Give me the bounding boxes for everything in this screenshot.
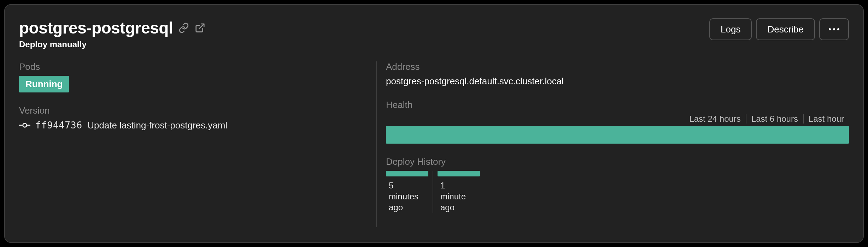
deploy-age: 5 minutes ago bbox=[386, 180, 421, 213]
pod-status-badge[interactable]: Running bbox=[19, 76, 69, 92]
commit-icon bbox=[19, 120, 30, 131]
deploy-pill bbox=[438, 171, 480, 176]
resource-title: postgres-postgresql bbox=[19, 18, 173, 37]
title-line: postgres-postgresql bbox=[19, 18, 205, 37]
link-icon[interactable] bbox=[178, 23, 189, 33]
commit-message: Update lasting-frost-postgres.yaml bbox=[87, 120, 227, 131]
legend-1h[interactable]: Last hour bbox=[804, 114, 849, 124]
address-label: Address bbox=[386, 61, 849, 72]
pods-label: Pods bbox=[19, 61, 362, 72]
deploy-history-label: Deploy History bbox=[386, 156, 849, 167]
columns: Pods Running Version ff944736 Update las… bbox=[19, 61, 849, 227]
column-left: Pods Running Version ff944736 Update las… bbox=[19, 61, 376, 227]
version-label: Version bbox=[19, 105, 362, 116]
more-button[interactable] bbox=[819, 18, 849, 40]
title-block: postgres-postgresql Deploy manually bbox=[19, 18, 205, 49]
health-bar bbox=[386, 126, 849, 144]
logs-button[interactable]: Logs bbox=[709, 18, 752, 40]
deploy-history-item[interactable]: 1 minute ago bbox=[438, 171, 484, 213]
deploy-mode: Deploy manually bbox=[19, 40, 205, 49]
deploy-history-section: Deploy History 5 minutes ago 1 minute ag… bbox=[386, 156, 849, 213]
ellipsis-icon bbox=[829, 28, 839, 30]
address-section: Address postgres-postgresql.default.svc.… bbox=[386, 61, 849, 87]
version-section: Version ff944736 Update lasting-frost-po… bbox=[19, 105, 362, 131]
deploy-history-row: 5 minutes ago 1 minute ago bbox=[386, 171, 849, 213]
deploy-pill bbox=[386, 171, 428, 176]
address-value: postgres-postgresql.default.svc.cluster.… bbox=[386, 76, 849, 87]
legend-6h[interactable]: Last 6 hours bbox=[746, 114, 803, 124]
external-link-icon[interactable] bbox=[195, 23, 205, 33]
commit-hash[interactable]: ff944736 bbox=[35, 120, 82, 131]
health-legend: Last 24 hours Last 6 hours Last hour bbox=[386, 114, 849, 124]
header: postgres-postgresql Deploy manually bbox=[19, 18, 849, 49]
pods-section: Pods Running bbox=[19, 61, 362, 92]
deploy-history-item[interactable]: 5 minutes ago bbox=[386, 171, 433, 213]
resource-card: postgres-postgresql Deploy manually bbox=[4, 4, 864, 243]
health-section: Health Last 24 hours Last 6 hours Last h… bbox=[386, 100, 849, 144]
health-label: Health bbox=[386, 100, 849, 110]
describe-button[interactable]: Describe bbox=[756, 18, 815, 40]
legend-24h[interactable]: Last 24 hours bbox=[684, 114, 745, 124]
version-line: ff944736 Update lasting-frost-postgres.y… bbox=[19, 120, 362, 131]
header-actions: Logs Describe bbox=[709, 18, 849, 40]
svg-point-1 bbox=[23, 124, 27, 127]
column-right: Address postgres-postgresql.default.svc.… bbox=[376, 61, 849, 227]
deploy-age: 1 minute ago bbox=[438, 180, 473, 213]
svg-line-0 bbox=[199, 24, 204, 29]
